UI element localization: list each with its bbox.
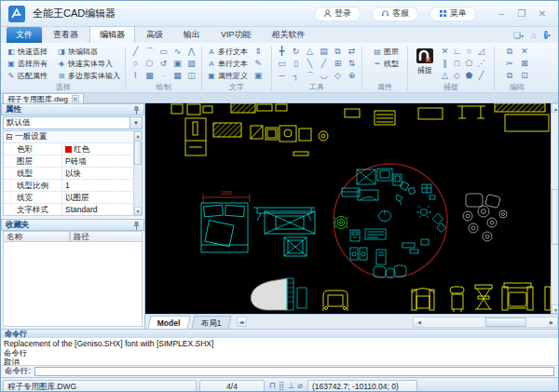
- tab-viewer[interactable]: 查看器: [44, 27, 88, 43]
- tab-editor[interactable]: 编辑器: [89, 26, 135, 43]
- property-row-layer[interactable]: 图层 P砖墙: [4, 155, 142, 168]
- status-mode-icon[interactable]: ⊓: [269, 381, 276, 390]
- snap-mode-icon[interactable]: ⬟: [463, 70, 475, 82]
- ribbon-button[interactable]: ⊞ 多边形实体输入: [55, 70, 120, 82]
- canvas-vertical-scrollbar[interactable]: ▲ ▼: [551, 103, 559, 314]
- ribbon-button[interactable]: ▣ 属性定义: [205, 70, 252, 82]
- snap-mode-icon[interactable]: ╱: [475, 70, 487, 82]
- help-icon[interactable]: ?▾: [544, 30, 551, 40]
- property-row-color[interactable]: 色彩 红色: [4, 143, 142, 155]
- text-option-icon[interactable]: ✎: [252, 58, 265, 70]
- snap-mode-icon[interactable]: ◇: [451, 70, 463, 82]
- draw-tool-icon[interactable]: ⬡: [143, 58, 157, 70]
- property-row-lineweight[interactable]: 线宽 以图层: [4, 192, 142, 204]
- modify-tool-icon[interactable]: ⊞: [331, 58, 345, 70]
- favorites-panel-header[interactable]: 收藏夹: [1, 219, 144, 231]
- login-button[interactable]: 登录: [314, 7, 361, 21]
- snap-mode-icon[interactable]: △: [439, 70, 451, 82]
- edit-tool-icon[interactable]: ⧉: [502, 46, 517, 58]
- draw-tool-icon[interactable]: ↺: [157, 58, 170, 70]
- column-header-path[interactable]: 路径: [70, 231, 143, 242]
- modify-tool-icon[interactable]: △: [303, 46, 317, 58]
- document-tab[interactable]: 程子专用图库.dwg ✕: [3, 93, 84, 103]
- draw-tool-icon[interactable]: ▩: [143, 70, 157, 82]
- modify-tool-icon[interactable]: ▯: [289, 58, 303, 70]
- tab-related-software[interactable]: 相关软件: [263, 27, 315, 43]
- snap-mode-icon[interactable]: □: [451, 58, 463, 70]
- ribbon-button[interactable]: ◨ 块编辑器: [55, 46, 120, 58]
- status-mode-icon[interactable]: ⣿: [279, 381, 285, 390]
- text-option-icon[interactable]: ⇕: [252, 46, 265, 58]
- menu-button[interactable]: 菜单: [429, 7, 476, 21]
- draw-tool-icon[interactable]: ◫: [184, 70, 198, 82]
- snap-mode-icon[interactable]: ○: [463, 46, 475, 58]
- draw-tool-icon[interactable]: ▣: [170, 58, 184, 70]
- snap-mode-icon[interactable]: ∥: [439, 58, 451, 70]
- scrollbar-thumb[interactable]: [485, 318, 526, 327]
- property-preset-select[interactable]: 默认值 ▼: [3, 116, 143, 129]
- property-row-linetype-scale[interactable]: 线型比例 1: [4, 180, 142, 192]
- property-grid-scrollbar[interactable]: ▲ ▼: [133, 131, 142, 215]
- snap-mode-icon[interactable]: ✕: [439, 46, 451, 58]
- home-icon[interactable]: ⌂: [531, 31, 536, 40]
- scrollbar-thumb[interactable]: [134, 141, 142, 165]
- snap-mode-icon[interactable]: ⋰: [475, 58, 487, 70]
- column-header-name[interactable]: 名称: [3, 231, 70, 242]
- property-row-linetype[interactable]: 线型 以块: [4, 168, 142, 180]
- modify-tool-icon[interactable]: ┐: [289, 70, 303, 82]
- modify-tool-icon[interactable]: ◡: [317, 70, 331, 82]
- scroll-right-icon[interactable]: ▶: [546, 318, 557, 327]
- text-option-icon[interactable]: ▣: [252, 70, 265, 82]
- modify-tool-icon[interactable]: ▭: [275, 58, 289, 70]
- scroll-down-icon[interactable]: ▼: [552, 304, 559, 314]
- snap-mode-icon[interactable]: ⬠: [463, 58, 475, 70]
- edit-tool-icon[interactable]: ✂: [502, 58, 517, 70]
- modify-tool-icon[interactable]: ↻: [289, 46, 303, 58]
- minimize-button[interactable]: –: [493, 7, 510, 21]
- edit-tool-icon[interactable]: ⊡: [517, 70, 532, 82]
- draw-tool-icon[interactable]: ╱: [129, 46, 143, 58]
- modify-tool-icon[interactable]: ◇: [331, 70, 345, 82]
- modify-tool-icon[interactable]: ─: [275, 70, 289, 82]
- modify-tool-icon[interactable]: ⌒: [303, 70, 317, 82]
- customer-service-button[interactable]: 客服: [372, 7, 418, 21]
- new-drawing-icon[interactable]: ❏▾: [513, 31, 524, 40]
- snap-big-button[interactable]: 捕捉: [411, 46, 439, 82]
- tab-vip[interactable]: VIP功能: [211, 27, 261, 43]
- scroll-up-icon[interactable]: ▲: [134, 131, 142, 140]
- command-panel-header[interactable]: 命令行: [1, 329, 558, 338]
- pin-icon[interactable]: [133, 105, 140, 115]
- tab-advanced[interactable]: 高级: [137, 27, 172, 43]
- tab-file[interactable]: 文件: [7, 27, 42, 43]
- tab-layout1[interactable]: 布局1: [191, 316, 231, 329]
- draw-tool-icon[interactable]: ▭: [157, 46, 170, 58]
- edit-tool-icon[interactable]: ✕: [517, 46, 532, 58]
- draw-tool-icon[interactable]: ▦: [170, 70, 184, 82]
- ribbon-button[interactable]: ▤ 图层: [371, 46, 399, 58]
- edit-tool-icon[interactable]: ⊠: [517, 58, 532, 70]
- document-close-icon[interactable]: ✕: [72, 95, 79, 102]
- modify-tool-icon[interactable]: ╱: [317, 58, 331, 70]
- draw-tool-icon[interactable]: ⌇: [129, 70, 143, 82]
- ribbon-button[interactable]: ┅ 线型: [371, 58, 399, 70]
- ribbon-button[interactable]: A 多行文本: [205, 46, 252, 58]
- scroll-left-icon[interactable]: ◀: [414, 318, 425, 327]
- draw-tool-icon[interactable]: ∿: [170, 46, 184, 58]
- ribbon-button[interactable]: ◈ 快速实体导入: [55, 58, 120, 70]
- ribbon-button[interactable]: A 单行文本: [205, 58, 252, 70]
- modify-tool-icon[interactable]: ⇅: [345, 58, 359, 70]
- pin-icon[interactable]: [133, 221, 140, 230]
- draw-tool-icon[interactable]: ⋀: [184, 46, 198, 58]
- snap-mode-icon[interactable]: ∟: [451, 46, 463, 58]
- draw-tool-icon[interactable]: ○: [129, 58, 143, 70]
- command-input[interactable]: [34, 367, 554, 376]
- draw-tool-icon[interactable]: ∙: [157, 70, 170, 82]
- scrollbar-thumb[interactable]: [552, 189, 559, 245]
- scroll-down-icon[interactable]: ▼: [134, 207, 142, 215]
- maximize-button[interactable]: ❐: [513, 7, 530, 21]
- collapse-icon[interactable]: ⊟: [6, 132, 12, 142]
- draw-tool-icon[interactable]: ⌒: [143, 46, 157, 58]
- edit-tool-icon[interactable]: ⧉: [502, 70, 517, 82]
- property-row-textstyle[interactable]: 文字样式 Standard: [4, 204, 142, 216]
- modify-tool-icon[interactable]: ╲: [303, 58, 317, 70]
